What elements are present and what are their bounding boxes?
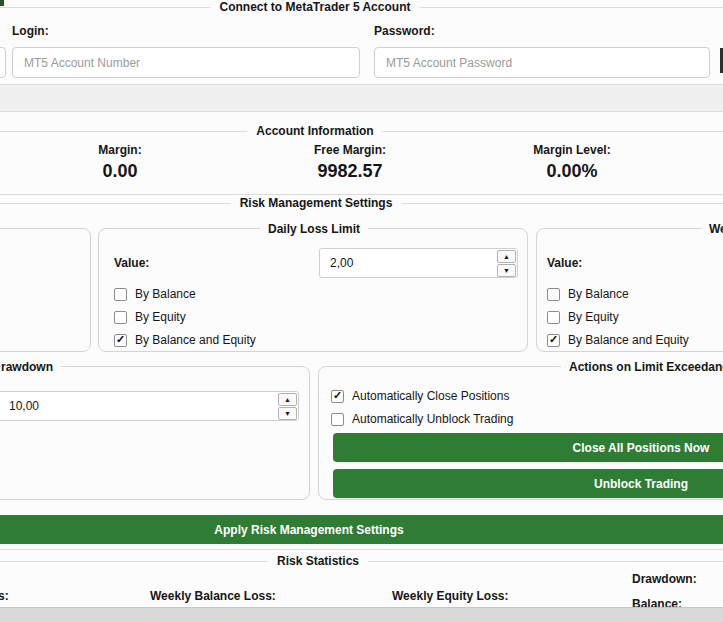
cut-off-field-fragment[interactable]: [0, 47, 6, 78]
bottom-band: [0, 607, 723, 622]
apply-risk-settings-button[interactable]: Apply Risk Management Settings: [0, 515, 723, 544]
weekly-by-equity-checkbox[interactable]: By Equity: [547, 310, 619, 324]
drawdown-stat-label: Drawdown:: [632, 572, 697, 586]
auto-unblock-trading-checkbox[interactable]: Automatically Unblock Trading: [331, 412, 513, 426]
checkbox-icon[interactable]: ✓: [331, 390, 344, 403]
chevron-down-icon: ▼: [503, 267, 510, 274]
daily-value-input[interactable]: [319, 248, 518, 278]
chevron-up-icon: ▲: [284, 396, 291, 403]
stat-label: Free Margin:: [314, 143, 386, 157]
chevron-down-icon: ▼: [284, 410, 291, 417]
stat-free-margin: Free Margin: 9982.57: [314, 143, 386, 181]
password-label: Password:: [374, 24, 435, 38]
app-window: Connect to MetaTrader 5 Account Login: P…: [0, 0, 723, 622]
check-icon: ✓: [549, 334, 558, 345]
chevron-up-icon: ▲: [503, 253, 510, 260]
weekly-by-balance-checkbox[interactable]: By Balance: [547, 287, 629, 301]
groupbox-title: Wee: [701, 222, 723, 236]
check-icon: ✓: [116, 334, 125, 345]
weekly-balance-loss-label: Weekly Balance Loss:: [150, 589, 276, 603]
daily-value-label: Value:: [114, 256, 149, 270]
groupbox-title: Actions on Limit Exceedance: [561, 360, 723, 374]
auto-close-positions-checkbox[interactable]: ✓ Automatically Close Positions: [331, 389, 509, 403]
stat-margin-level: Margin Level: 0.00%: [533, 143, 610, 181]
drawdown-value-input[interactable]: [0, 391, 299, 421]
checkbox-icon[interactable]: [114, 311, 127, 324]
stat-value: 0.00%: [533, 161, 610, 181]
spinner-down-button[interactable]: ▼: [497, 264, 516, 277]
button-label: Apply Risk Management Settings: [214, 523, 403, 537]
checkbox-label: By Balance: [568, 287, 629, 301]
spinner-up-button[interactable]: ▲: [497, 250, 516, 263]
weekly-by-balance-equity-checkbox[interactable]: ✓ By Balance and Equity: [547, 333, 689, 347]
weekly-equity-loss-label: Weekly Equity Loss:: [392, 589, 508, 603]
check-icon: ✓: [333, 390, 342, 401]
daily-by-balance-checkbox[interactable]: By Balance: [114, 287, 196, 301]
section-title-risk-stats: Risk Statistics: [268, 554, 368, 568]
checkbox-icon[interactable]: [114, 288, 127, 301]
daily-loss-limit-groupbox: Daily Loss Limit Value: ▲ ▼ By Balance B…: [98, 228, 528, 352]
weekly-value-label: Value:: [547, 256, 582, 270]
divider: [0, 194, 723, 195]
checkbox-icon[interactable]: [547, 288, 560, 301]
login-input[interactable]: [12, 47, 360, 78]
stat-label: Margin:: [98, 143, 141, 157]
password-input[interactable]: [374, 47, 710, 78]
divider: [0, 549, 723, 550]
stat-margin: Margin: 0.00: [98, 143, 141, 181]
unblock-trading-button[interactable]: Unblock Trading: [333, 469, 723, 498]
spinner-up-button[interactable]: ▲: [278, 393, 297, 406]
button-label: Unblock Trading: [594, 477, 688, 491]
groupbox-title: Daily Loss Limit: [260, 222, 368, 236]
checkbox-label: By Balance and Equity: [568, 333, 689, 347]
daily-by-equity-checkbox[interactable]: By Equity: [114, 310, 186, 324]
checkbox-icon[interactable]: ✓: [547, 334, 560, 347]
checkbox-icon[interactable]: [547, 311, 560, 324]
login-label: Login:: [12, 24, 49, 38]
checkbox-label: By Equity: [135, 310, 186, 324]
drawdown-groupbox: rawdown ▲ ▼: [0, 366, 310, 500]
daily-by-balance-equity-checkbox[interactable]: ✓ By Balance and Equity: [114, 333, 256, 347]
separator-band: [0, 85, 723, 112]
checkbox-label: Automatically Close Positions: [352, 389, 509, 403]
stat-value: 9982.57: [314, 161, 386, 181]
checkbox-icon[interactable]: [331, 413, 344, 426]
close-all-positions-button[interactable]: Close All Positions Now: [333, 433, 723, 462]
button-label: Close All Positions Now: [573, 441, 710, 455]
checkbox-icon[interactable]: ✓: [114, 334, 127, 347]
checkbox-label: By Balance and Equity: [135, 333, 256, 347]
stat-label: Margin Level:: [533, 143, 610, 157]
cut-off-corner-fragment: [0, 0, 4, 6]
cut-off-groupbox: [0, 228, 91, 352]
checkbox-label: By Equity: [568, 310, 619, 324]
spinner-down-button[interactable]: ▼: [278, 407, 297, 420]
actions-groupbox: Actions on Limit Exceedance ✓ Automatica…: [318, 366, 723, 500]
weekly-loss-limit-groupbox: Wee Value: By Balance By Equity ✓ By Bal…: [536, 228, 723, 352]
section-title-account-info: Account Information: [247, 124, 382, 138]
checkbox-label: By Balance: [135, 287, 196, 301]
section-title-risk-settings: Risk Management Settings: [231, 196, 402, 210]
stat-value: 0.00: [98, 161, 141, 181]
groupbox-title: rawdown: [1, 360, 61, 374]
section-title-connect: Connect to MetaTrader 5 Account: [211, 0, 420, 14]
cut-off-stat-label: s:: [0, 589, 9, 603]
checkbox-label: Automatically Unblock Trading: [352, 412, 513, 426]
